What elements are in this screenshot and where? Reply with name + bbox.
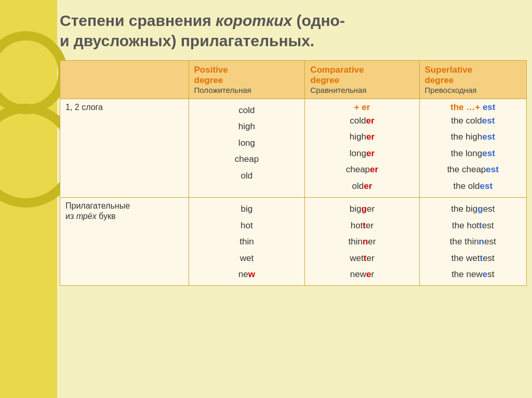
word-wettest: the wettest — [425, 250, 521, 266]
word-newest: the newest — [425, 266, 521, 282]
word-big-positive: big — [194, 201, 300, 217]
decorative-circle-1 — [0, 31, 68, 114]
superlative-formula: the …+ est — [425, 102, 521, 113]
adjective-comparison-table: Positivedegree Положительная Comparative… — [60, 60, 527, 286]
word-colder: colder — [310, 113, 414, 129]
word-old-positive: old — [194, 168, 300, 184]
row-label-3letter: Прилагательныеиз трёх букв — [60, 198, 189, 286]
word-highest: the highest — [425, 129, 521, 145]
word-thin-positive: thin — [194, 234, 300, 250]
header-positive: Positivedegree Положительная — [189, 61, 305, 99]
word-older: older — [310, 178, 414, 194]
word-thinnest: the thinnest — [425, 234, 521, 250]
word-wet-positive: wet — [194, 250, 300, 266]
title-text-2: (одно- — [292, 12, 345, 29]
word-cheap-positive: cheap — [194, 151, 300, 167]
comparative-formula: + er — [310, 102, 414, 113]
table-header-row: Positivedegree Положительная Comparative… — [60, 61, 527, 99]
word-hot-positive: hot — [194, 217, 300, 234]
title-text-1: Степени сравнения — [60, 12, 216, 29]
header-positive-ru: Положительная — [194, 86, 300, 94]
header-comparative-ru: Сравнительная — [310, 86, 414, 94]
word-newer: newer — [310, 266, 414, 282]
row-label-12: 1, 2 слога — [60, 99, 189, 198]
row-comparative-3letter: bigger hotter thinner wetter newer — [305, 198, 419, 286]
header-category — [60, 61, 189, 99]
word-cheapest: the cheapest — [425, 161, 521, 177]
row-positive-12: cold high long cheap old — [189, 99, 305, 198]
word-new-positive: new — [194, 266, 300, 282]
word-oldest: the oldest — [425, 178, 521, 194]
word-long-positive: long — [194, 135, 300, 151]
word-wetter: wetter — [310, 250, 414, 266]
row-superlative-12: the …+ est the coldest the highest the l… — [419, 99, 526, 198]
header-superlative: Superlativedegree Превосходная — [419, 61, 526, 99]
word-hotter: hotter — [310, 217, 414, 234]
row-positive-3letter: big hot thin wet new — [189, 198, 305, 286]
header-superlative-ru: Превосходная — [425, 86, 521, 94]
word-thinner: thinner — [310, 234, 414, 250]
word-high-positive: high — [194, 118, 300, 134]
table-row-12-syllables: 1, 2 слога cold high long cheap old + er… — [60, 99, 527, 198]
word-longer: longer — [310, 145, 414, 161]
word-cheaper: cheaper — [310, 161, 414, 177]
header-positive-en: Positivedegree — [194, 65, 300, 86]
row-superlative-3letter: the biggest the hottest the thinnest the… — [419, 198, 526, 286]
header-comparative: Comparativedegree Сравнительная — [305, 61, 419, 99]
word-cold-positive: cold — [194, 102, 300, 118]
page-title: Степени сравнения коротких (одно- и двус… — [60, 10, 527, 51]
word-higher: higher — [310, 129, 414, 145]
word-longest: the longest — [425, 145, 521, 161]
word-coldest: the coldest — [425, 113, 521, 129]
header-superlative-en: Superlativedegree — [425, 65, 521, 86]
word-hottest: the hottest — [425, 217, 521, 234]
left-decoration — [0, 0, 57, 398]
title-text-3: и двусложных) прилагательных. — [60, 32, 314, 49]
word-biggest: the biggest — [425, 201, 521, 217]
row-comparative-12: + er colder higher longer cheaper older — [305, 99, 419, 198]
title-italic: коротких — [216, 12, 292, 29]
table-row-3letter: Прилагательныеиз трёх букв big hot thin … — [60, 198, 527, 286]
word-bigger: bigger — [310, 201, 414, 217]
header-comparative-en: Comparativedegree — [310, 65, 414, 86]
main-content: Степени сравнения коротких (одно- и двус… — [60, 10, 527, 393]
